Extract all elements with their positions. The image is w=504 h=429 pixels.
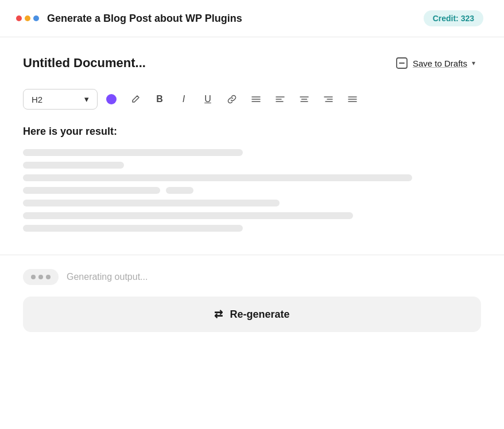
bold-icon: B [156,94,163,104]
generating-text: Generating output... [67,272,148,282]
underline-icon: U [204,94,211,104]
generating-row: Generating output... [23,269,481,285]
credit-badge: Credit: 323 [424,10,483,26]
list-icon [251,94,261,104]
skeleton-row-4 [23,187,481,194]
dot-blue [33,15,39,21]
pen-icon [130,94,141,104]
align-right-icon [323,94,334,104]
typing-dot-2 [38,275,43,279]
doc-header: Untitled Document... Save to Drafts ▾ [23,53,481,73]
align-center-icon [299,94,309,104]
dot-red [16,15,22,21]
formatting-toolbar: H2 ▾ B I U [23,89,481,110]
typing-dot-1 [31,275,36,279]
align-center-button[interactable] [294,89,315,110]
heading-select[interactable]: H2 ▾ [23,89,98,110]
skeleton-line-6 [23,212,353,219]
chevron-down-icon: ▾ [472,59,475,67]
align-left-button[interactable] [270,89,290,110]
list-button[interactable] [246,89,266,110]
justify-icon [347,94,358,104]
document-area: Untitled Document... Save to Drafts ▾ H2… [0,37,504,255]
skeleton-line-7 [23,225,243,232]
italic-button[interactable]: I [173,89,194,110]
color-button[interactable] [101,89,122,110]
skeleton-line-5 [23,200,280,206]
heading-select-value: H2 [32,95,42,104]
page-title: Generate a Blog Post about WP Plugins [47,13,242,25]
bottom-section: Generating output... ⇄ Re-generate [0,255,504,348]
skeleton-line-1 [23,149,243,156]
arrows-icon: ⇄ [214,308,223,321]
skeleton-line-4a [23,187,160,194]
typing-indicator [23,269,59,285]
link-icon [227,94,237,104]
save-drafts-label: Save to Drafts [413,58,467,68]
skeleton-line-3 [23,174,412,181]
heading-chevron-icon: ▾ [84,94,89,104]
result-label: Here is your result: [23,126,481,138]
regenerate-label: Re-generate [230,309,289,321]
dot-yellow [25,15,30,21]
window-dots [16,15,39,21]
save-to-drafts-button[interactable]: Save to Drafts ▾ [390,53,481,73]
link-button[interactable] [222,89,242,110]
skeleton-content [23,149,481,255]
align-left-icon [275,94,285,104]
regenerate-button[interactable]: ⇄ Re-generate [23,297,481,332]
justify-button[interactable] [342,89,363,110]
save-draft-icon [396,57,408,69]
highlight-button[interactable] [125,89,146,110]
italic-icon: I [183,94,185,104]
typing-dot-3 [46,275,51,279]
color-dot [106,94,117,104]
underline-button[interactable]: U [197,89,218,110]
skeleton-line-4b [166,187,193,194]
skeleton-line-2 [23,162,124,169]
align-right-button[interactable] [318,89,339,110]
bold-button[interactable]: B [149,89,170,110]
top-bar: Generate a Blog Post about WP Plugins Cr… [0,0,504,37]
document-title: Untitled Document... [23,56,146,71]
top-bar-left: Generate a Blog Post about WP Plugins [16,13,242,25]
